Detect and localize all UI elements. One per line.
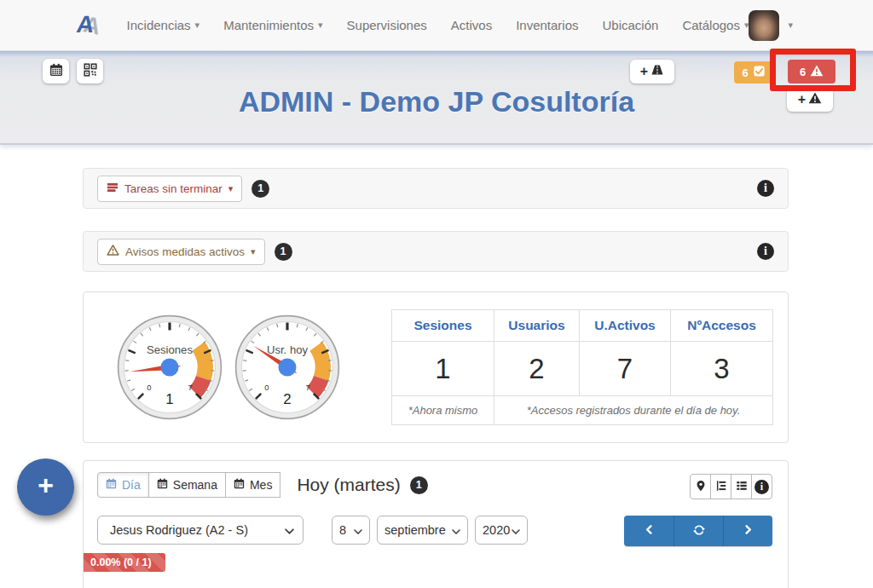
- calendar-icon: [157, 478, 168, 492]
- svg-text:2: 2: [283, 391, 291, 407]
- chevron-down-icon: ▾: [251, 246, 256, 257]
- chevron-down-icon: [452, 523, 460, 537]
- technician-select[interactable]: Jesus Rodriguez (A2 - S): [97, 516, 304, 545]
- list-icon: [736, 480, 748, 494]
- nav-item-catalogos[interactable]: Catálogos▾: [682, 18, 749, 32]
- app-logo[interactable]: A A: [75, 9, 108, 42]
- tab-mes[interactable]: Mes: [225, 472, 280, 498]
- plus-icon: +: [640, 64, 648, 79]
- nav-item-ubicacion[interactable]: Ubicación: [603, 18, 659, 32]
- column-header: U.Activos: [580, 310, 671, 342]
- tab-semana[interactable]: Semana: [148, 472, 226, 498]
- svg-text:1: 1: [165, 391, 173, 407]
- tab-dia[interactable]: Día: [97, 472, 149, 498]
- check-square-icon: [753, 65, 766, 80]
- chevron-down-icon: [354, 523, 362, 537]
- qr-code-icon: [84, 63, 97, 79]
- page-title: ADMIN - Demo JP Cosultoría: [0, 85, 873, 118]
- footnote: *Accesos registrados durante el día de h…: [494, 396, 773, 425]
- avatar[interactable]: [749, 10, 779, 41]
- alerts-badge[interactable]: 6: [788, 60, 835, 84]
- tree-view-button[interactable]: [710, 474, 731, 499]
- map-pin-icon: [695, 480, 707, 494]
- chevron-down-icon: ▾: [228, 183, 234, 194]
- gauge-usr-hoy: Usr. hoy207: [234, 314, 341, 424]
- avisos-dropdown-button[interactable]: Avisos medidas activos ▾: [97, 239, 265, 265]
- main-content: Tareas sin terminar ▾ 1 i Avisos medidas…: [0, 145, 789, 588]
- stat-value: 2: [494, 342, 580, 396]
- stats-values-row: 1 2 7 3: [392, 342, 773, 396]
- warning-triangle-icon: [810, 64, 824, 80]
- chevron-down-icon: ▾: [318, 20, 323, 31]
- chevron-down-icon[interactable]: ▾: [788, 20, 793, 31]
- road-icon: [650, 63, 664, 80]
- schedule-view-icons: i: [690, 474, 772, 499]
- svg-text:7: 7: [306, 383, 310, 392]
- nav-item-inventarios[interactable]: Inventarios: [516, 18, 578, 32]
- column-header: Sesiones: [392, 310, 494, 342]
- nav-item-mantenimientos[interactable]: Mantenimientos▾: [223, 18, 322, 32]
- add-alert-button[interactable]: +: [787, 87, 833, 112]
- tasks-icon: [107, 182, 119, 196]
- schedule-header: Día Semana Mes Hoy (martes) 1: [97, 472, 428, 498]
- add-route-button[interactable]: +: [630, 60, 674, 84]
- tareas-count-badge: 1: [251, 180, 269, 198]
- app-screen: A A Incidencias▾ Mantenimientos▾ Supervi…: [0, 0, 873, 588]
- column-header: Usuarios: [494, 310, 580, 342]
- info-button[interactable]: i: [751, 474, 772, 499]
- chevron-right-icon: [742, 523, 754, 539]
- schedule-count-badge: 1: [410, 476, 428, 494]
- day-select[interactable]: 8: [332, 516, 370, 545]
- chevron-down-icon: ▾: [195, 20, 200, 31]
- stat-value: 7: [580, 342, 671, 396]
- tareas-dropdown-button[interactable]: Tareas sin terminar ▾: [97, 176, 242, 202]
- chevron-left-icon: [643, 523, 656, 539]
- add-fab-button[interactable]: +: [17, 458, 74, 516]
- svg-text:0: 0: [147, 383, 151, 392]
- schedule-panel: Día Semana Mes Hoy (martes) 1 i: [83, 460, 789, 588]
- list-view-button[interactable]: [731, 474, 752, 499]
- nav-item-activos[interactable]: Activos: [451, 18, 492, 32]
- progress-bar: 0.00% (0 / 1): [84, 553, 165, 572]
- plus-icon: +: [798, 92, 806, 107]
- stats-header-row: Sesiones Usuarios U.Activos NºAccesos: [392, 310, 773, 342]
- pending-reviews-badge[interactable]: 6: [734, 61, 773, 84]
- warning-triangle-icon: [808, 91, 822, 108]
- schedule-controls: Jesus Rodriguez (A2 - S) 8 septiembre 20…: [84, 516, 788, 546]
- stats-panel: Sesiones107 Usr. hoy207 Sesiones Usuario…: [83, 291, 789, 443]
- tree-icon: [715, 480, 727, 494]
- svg-text:7: 7: [188, 383, 193, 392]
- calendar-icon: [106, 478, 117, 492]
- refresh-icon: [692, 523, 706, 539]
- stats-footnote-row: *Ahora mismo *Accesos registrados durant…: [392, 396, 773, 425]
- svg-text:Sesiones: Sesiones: [147, 343, 193, 356]
- chevron-down-icon: [285, 523, 294, 537]
- warning-triangle-icon: [107, 244, 119, 259]
- top-navbar: A A Incidencias▾ Mantenimientos▾ Supervi…: [0, 0, 873, 51]
- progress-track: 0.00% (0 / 1): [84, 553, 788, 572]
- year-select[interactable]: 2020: [475, 516, 528, 545]
- calendar-button[interactable]: [43, 59, 69, 84]
- nav-item-incidencias[interactable]: Incidencias▾: [127, 18, 200, 32]
- month-select[interactable]: septiembre: [377, 516, 468, 545]
- chevron-down-icon: [512, 523, 520, 537]
- prev-day-button[interactable]: [624, 516, 674, 546]
- next-day-button[interactable]: [723, 516, 772, 546]
- nav-item-supervisiones[interactable]: Supervisiones: [347, 18, 427, 32]
- calendar-icon: [234, 478, 245, 492]
- header-band: ADMIN - Demo JP Cosultoría + 6 6 +: [0, 51, 873, 145]
- svg-text:0: 0: [264, 383, 269, 392]
- tareas-panel: Tareas sin terminar ▾ 1 i: [83, 168, 789, 209]
- map-view-button[interactable]: [690, 474, 711, 499]
- user-menu: ▾: [749, 10, 873, 41]
- plus-icon: +: [38, 470, 54, 501]
- stats-table: Sesiones Usuarios U.Activos NºAccesos 1 …: [391, 309, 773, 425]
- refresh-button[interactable]: [674, 516, 723, 546]
- gauge-sesiones: Sesiones107: [116, 314, 223, 424]
- qr-scan-button[interactable]: [77, 59, 103, 84]
- info-icon[interactable]: i: [757, 180, 774, 197]
- avisos-panel: Avisos medidas activos ▾ 1 i: [83, 231, 789, 272]
- info-icon[interactable]: i: [757, 243, 774, 260]
- calendar-icon: [49, 63, 63, 79]
- date-nav-group: [624, 516, 772, 546]
